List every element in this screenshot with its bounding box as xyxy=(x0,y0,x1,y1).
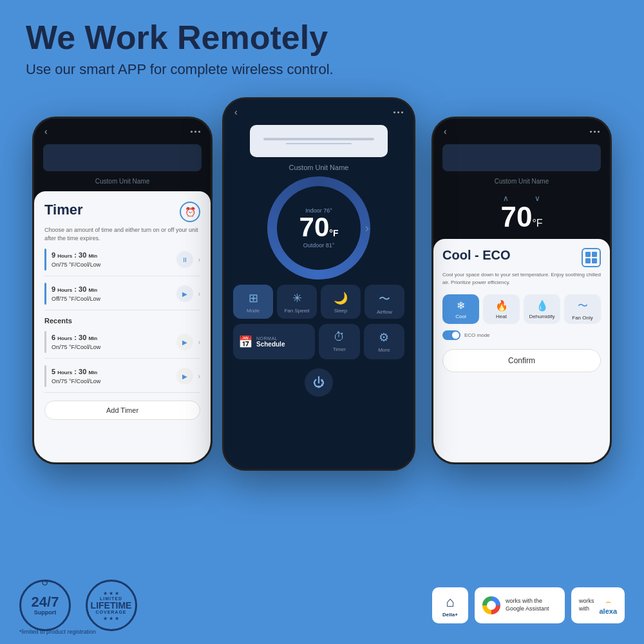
dots-right xyxy=(590,131,600,133)
recent-item-2-left: 5 Hours : 30 Min On/75 °F/Cool/Low xyxy=(44,365,100,387)
timer-clock-icon: ⏰ xyxy=(180,202,200,222)
back-arrow-right[interactable]: ‹ xyxy=(444,126,447,137)
power-button[interactable]: ⏻ xyxy=(305,368,333,397)
recent-play-btn-2[interactable]: ▶ xyxy=(176,368,193,384)
alexa-badge: workswith ⌢ alexa xyxy=(571,587,625,623)
recent-play-btn-1[interactable]: ▶ xyxy=(176,334,193,350)
eco-title: Cool - ECO xyxy=(442,248,511,263)
eco-toggle[interactable] xyxy=(442,330,460,340)
google-assistant-icon xyxy=(482,596,500,614)
thermostat-dial: Indoor 76° 70°F Outdoor 81° xyxy=(267,176,370,279)
cool-mode-button[interactable]: ❄ Cool xyxy=(442,294,479,324)
phone-right: ‹ Custom Unit Name ∧ ∨ 70°F C xyxy=(431,117,612,464)
timer-pause-btn[interactable]: ⏸ xyxy=(176,251,193,268)
eco-toggle-row: ECO mode xyxy=(442,330,601,340)
phone-center-topbar: ‹ xyxy=(224,99,413,121)
right-temp-down[interactable]: ∨ xyxy=(535,194,540,203)
timer-card: Timer ⏰ Choose an amount of time and eit… xyxy=(34,191,211,462)
timer-info-1: 9 Hours : 30 Min On/75 °F/Cool/Low xyxy=(52,250,100,269)
alexa-logo-text: alexa xyxy=(599,607,617,615)
google-assistant-badge: works with the Google Assistant xyxy=(475,587,565,623)
timer-label: Timer xyxy=(333,346,346,352)
recent-chevron-2: › xyxy=(198,373,200,380)
support-badge: ↺ 24/7 Support xyxy=(19,580,71,631)
right-temp-display: ∧ ∨ 70°F xyxy=(433,189,610,236)
back-arrow-center[interactable]: ‹ xyxy=(234,107,238,117)
alexa-logo-container: ⌢ alexa xyxy=(599,596,617,615)
power-btn-row: ⏻ xyxy=(224,368,413,397)
mode-icon: ⊞ xyxy=(249,291,258,305)
support-number: 24/7 xyxy=(32,595,59,609)
phone-left-topbar: ‹ xyxy=(34,118,211,140)
timer-item-1-left: 9 Hours : 30 Min On/75 °F/Cool/Low xyxy=(44,249,100,270)
recents-label: Recents xyxy=(44,317,200,325)
mode-buttons: ❄ Cool 🔥 Heat 💧 Dehumidify 〜 Fan Only xyxy=(442,294,601,324)
timer-time-1: 9 Hours : 30 Min xyxy=(52,251,97,259)
heat-mode-button[interactable]: 🔥 Heat xyxy=(483,294,520,324)
back-arrow-left[interactable]: ‹ xyxy=(44,126,48,137)
more-icon: ⚙ xyxy=(379,330,389,345)
ac-line-2 xyxy=(286,143,352,144)
recent-detail-2: On/75 °F/Cool/Low xyxy=(52,378,100,384)
recent-item-2: 5 Hours : 30 Min On/75 °F/Cool/Low ▶ › xyxy=(44,365,200,393)
eco-grid-dot-2 xyxy=(592,252,597,257)
mode-button[interactable]: ⊞ Mode xyxy=(233,285,273,319)
timer-play-btn[interactable]: ▶ xyxy=(176,285,193,302)
unit-name-right: Custom Unit Name xyxy=(433,178,610,185)
ac-unit-image xyxy=(250,125,388,157)
phone-right-screen: ‹ Custom Unit Name ∧ ∨ 70°F C xyxy=(433,118,610,462)
phones-container: ‹ Custom Unit Name Timer ⏰ Choose an amo… xyxy=(0,91,644,490)
fanonly-mode-icon: 〜 xyxy=(578,299,588,313)
timer-bar-1 xyxy=(44,249,46,270)
temp-up-arrow[interactable]: › xyxy=(365,222,369,235)
badge-stars-bottom: ★ ★ ★ xyxy=(103,616,119,621)
footer-left: ↺ 24/7 Support ★ ★ ★ LIMITED LIFETIME CO… xyxy=(19,578,138,633)
banner-right xyxy=(442,144,601,171)
recent-item-1-left: 6 Hours : 30 Min On/75 °F/Cool/Low xyxy=(44,331,100,353)
main-temperature: 70°F xyxy=(299,214,339,241)
schedule-text: NORMAL Schedule xyxy=(256,336,285,348)
timer-button[interactable]: ⏱ Timer xyxy=(319,324,360,359)
timer-item-1: 9 Hours : 30 Min On/75 °F/Cool/Low ⏸ › xyxy=(44,249,200,276)
right-temp-number: 70 xyxy=(500,201,532,232)
cool-mode-label: Cool xyxy=(455,314,466,319)
schedule-normal: NORMAL xyxy=(256,336,285,341)
phone-left: ‹ Custom Unit Name Timer ⏰ Choose an amo… xyxy=(32,117,213,464)
more-button[interactable]: ⚙ More xyxy=(364,324,405,359)
toggle-knob xyxy=(452,332,459,339)
footer-note: *limited to product registration xyxy=(19,629,96,635)
schedule-label: Schedule xyxy=(256,341,285,348)
eco-grid-dot-1 xyxy=(585,252,591,257)
sleep-button[interactable]: 🌙 Sleep xyxy=(321,285,361,319)
timer-chevron-1: › xyxy=(198,256,200,263)
fan-speed-button[interactable]: ✳ Fan Speed xyxy=(277,285,317,319)
thermostat-container: ‹ Indoor 76° 70°F Outdoor 81° › xyxy=(267,176,370,279)
recent-bar-2 xyxy=(44,365,46,387)
confirm-button[interactable]: Confirm xyxy=(442,349,601,372)
timer-bar-2 xyxy=(44,283,46,305)
recent-time-2: 5 Hours : 30 Min xyxy=(52,368,97,375)
eco-toggle-label: ECO mode xyxy=(464,332,490,338)
fanonly-mode-button[interactable]: 〜 Fan Only xyxy=(564,294,601,324)
timer-description: Choose an amount of time and either turn… xyxy=(44,226,200,242)
center-controls: ⊞ Mode ✳ Fan Speed 🌙 Sleep 〜 Airflow xyxy=(224,285,413,319)
fanonly-mode-label: Fan Only xyxy=(572,315,592,321)
google-text: works with the Google Assistant xyxy=(506,598,557,612)
ac-line-1 xyxy=(263,138,374,140)
eco-description: Cool your space down to your set tempera… xyxy=(442,271,601,287)
add-timer-button[interactable]: Add Timer xyxy=(44,401,200,420)
phone-center: ‹ Custom Unit Name ‹ Indoor 76° xyxy=(222,97,415,471)
right-temperature: 70°F xyxy=(439,203,605,231)
sub-title: Use our smart APP for complete wireless … xyxy=(26,61,618,78)
dehumidify-mode-button[interactable]: 💧 Dehumidify xyxy=(524,294,560,324)
lifetime-badge: ★ ★ ★ LIMITED LIFETIME COVERAGE ★ ★ ★ xyxy=(84,578,138,633)
recent-info-2: 5 Hours : 30 Min On/75 °F/Cool/Low xyxy=(52,366,100,386)
dehumidify-mode-label: Dehumidify xyxy=(529,314,554,319)
schedule-button[interactable]: 📅 NORMAL Schedule xyxy=(233,324,315,359)
recent-bar-1 xyxy=(44,331,46,353)
timer-chevron-2: › xyxy=(198,290,200,298)
airflow-button[interactable]: 〜 Airflow xyxy=(365,285,404,319)
timer-detail-2: Off/75 °F/Cool/Low xyxy=(52,296,100,302)
airflow-icon: 〜 xyxy=(379,291,390,307)
dots-left xyxy=(191,131,200,133)
